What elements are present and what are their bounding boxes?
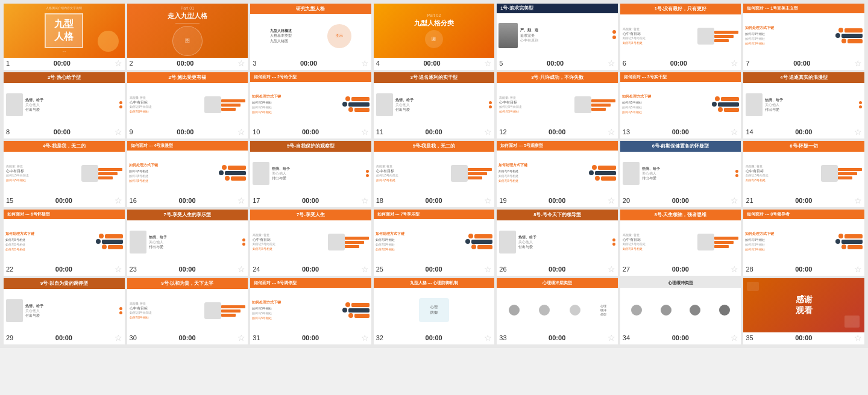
- star-icon[interactable]: ☆: [854, 196, 862, 205]
- slide-item[interactable]: 1号-追求完美型 严、刻、追 追求完美 心中有原则 500:00☆: [497, 4, 618, 70]
- star-icon[interactable]: ☆: [115, 333, 122, 343]
- star-icon[interactable]: ☆: [237, 127, 245, 137]
- slide-thumbnail: 5号-我是我，无二的 高能量: 善意 心中有目标 如何让5号向前走 如何与5号相…: [374, 141, 495, 195]
- slide-footer: 1900:00☆: [497, 195, 618, 207]
- slide-time: 00:00: [302, 334, 319, 341]
- slide-footer: 400:00☆: [374, 58, 495, 70]
- slide-item[interactable]: 8号-天生领袖，强者思维 高能量: 善意 心中有目标 如何让5号向前走 如何与5…: [620, 210, 741, 276]
- star-icon[interactable]: ☆: [731, 127, 738, 137]
- star-icon[interactable]: ☆: [484, 264, 492, 274]
- slide-item[interactable]: 6号-怀疑一切 高能量: 善意 心中有目标 如何让5号向前走 如何与5号相处: [743, 141, 864, 207]
- slide-number: 21: [746, 197, 753, 204]
- slide-item[interactable]: 1号-没有最好，只有更好 高能量: 善意 心中有目标 如何让5号向前走 如何与5…: [620, 4, 741, 70]
- star-icon[interactable]: ☆: [731, 333, 738, 343]
- star-icon[interactable]: ☆: [608, 264, 615, 274]
- slide-item[interactable]: 9号-以自为贵的调停型 热情、给予 关心他人 付出与爱 2900:00☆: [4, 278, 125, 344]
- star-icon[interactable]: ☆: [854, 127, 862, 137]
- slide-item[interactable]: 九型人格 --- 心理防御机制 心理防御 3200:00☆: [374, 278, 495, 344]
- star-icon[interactable]: ☆: [237, 58, 245, 68]
- slide-number: 34: [623, 334, 630, 341]
- slide-item[interactable]: 4号-追逐真实的浪漫型 热情、给予 关心他人 付出与爱 1400:00☆: [743, 72, 864, 138]
- slide-item[interactable]: 如何面对 --- 6号怀疑型 如何处理方式下键 如何与5号相处 如何与5号相处 …: [4, 210, 125, 276]
- slide-number: 4: [376, 60, 380, 67]
- star-icon[interactable]: ☆: [731, 58, 738, 68]
- slide-item[interactable]: 6号-前期保健置备的怀疑型 热情、给予 关心他人 付出与爱 2000:00☆: [620, 141, 741, 207]
- slide-thumbnail: 8号-号令天下的领导型 热情、给予 关心他人 付出与爱: [497, 210, 618, 264]
- slide-item[interactable]: Part 02 九型人格分类 圆 400:00☆: [374, 4, 495, 70]
- slide-footer: 1400:00☆: [743, 126, 864, 138]
- slide-item[interactable]: 4号-我是我，无二的 高能量: 善意 心中有目标 如何让5号向前走 如何与5号相…: [4, 141, 125, 207]
- star-icon[interactable]: ☆: [854, 333, 862, 343]
- slide-time: 00:00: [178, 266, 195, 273]
- slide-time: 00:00: [300, 60, 317, 67]
- slide-item[interactable]: 人格测试介绍内容文字说明 九型人格 " " 100:00☆: [4, 4, 125, 70]
- star-icon[interactable]: ☆: [237, 333, 245, 343]
- slide-item[interactable]: 感谢观看 3500:00☆: [743, 278, 864, 344]
- star-icon[interactable]: ☆: [115, 196, 122, 205]
- slide-footer: 700:00☆: [743, 58, 864, 70]
- star-icon[interactable]: ☆: [608, 333, 615, 343]
- star-icon[interactable]: ☆: [484, 196, 492, 205]
- slide-thumbnail: 心理缓冲类型: [620, 278, 741, 332]
- slide-item[interactable]: 心理缓冲类型 3400:00☆: [620, 278, 741, 344]
- slide-item[interactable]: 如何面对 --- 9号调停型 如何处理方式下键 如何与5号相处 如何与5号相处 …: [250, 278, 371, 344]
- star-icon[interactable]: ☆: [361, 127, 369, 137]
- slide-number: 26: [499, 266, 506, 273]
- star-icon[interactable]: ☆: [608, 196, 615, 205]
- slide-item[interactable]: 如何面对 --- 8号领导者 如何处理方式下键 如何与5号相处 如何与5号相处 …: [743, 210, 864, 276]
- star-icon[interactable]: ☆: [237, 196, 245, 205]
- slide-item[interactable]: 7号-享受人生 高能量: 善意 心中有目标 如何让5号向前走 如何与5号相处: [250, 210, 371, 276]
- slide-item[interactable]: 2号-施比受更有福 高能量: 善意 心中有目标 如何让5号向前走 如何与5号相处: [127, 72, 248, 138]
- star-icon[interactable]: ☆: [854, 58, 862, 68]
- star-icon[interactable]: ☆: [361, 264, 369, 274]
- slide-time: 00:00: [426, 128, 442, 135]
- star-icon[interactable]: ☆: [484, 127, 492, 137]
- slide-number: 35: [746, 334, 753, 341]
- slide-number: 10: [253, 128, 260, 135]
- star-icon[interactable]: ☆: [115, 127, 122, 137]
- star-icon[interactable]: ☆: [115, 58, 122, 68]
- star-icon[interactable]: ☆: [484, 58, 492, 68]
- star-icon[interactable]: ☆: [608, 58, 615, 68]
- slide-number: 8: [6, 128, 10, 135]
- slide-item[interactable]: 5号-自我保护的观察型 热情、给予 关心他人 付出与爱 1700:00☆: [250, 141, 371, 207]
- slide-item[interactable]: 心理缓冲层类型 心理缓冲类型 3300:00☆: [497, 278, 618, 344]
- slide-item[interactable]: 3号-只许成功，不许失败 高能量: 善意 心中有目标 如何让5号向前走 如何与5…: [497, 72, 618, 138]
- slide-item[interactable]: Part 01 走入九型人格 图 200:00☆: [127, 4, 248, 70]
- slide-item[interactable]: 9号-以和为贵，天下太平 高能量: 善意 心中有目标 如何让5号向前走 如何与5…: [127, 278, 248, 344]
- star-icon[interactable]: ☆: [237, 264, 245, 274]
- slide-item[interactable]: 5号-我是我，无二的 高能量: 善意 心中有目标 如何让5号向前走 如何与5号相…: [374, 141, 495, 207]
- slide-item[interactable]: 2号-热心给予型 热情、给予 关心他人 付出与爱 800:00☆: [4, 72, 125, 138]
- star-icon[interactable]: ☆: [731, 264, 738, 274]
- slide-item[interactable]: 研究九型人格 九型人格概述 人格基本类型 九型人格图 图示 300:00☆: [250, 4, 371, 70]
- slide-thumbnail: Part 02 九型人格分类 圆: [374, 4, 495, 58]
- slide-item[interactable]: 3号-追名逐利的实干型 热情、给予 关心他人 付出与爱 1100:00☆: [374, 72, 495, 138]
- star-icon[interactable]: ☆: [731, 196, 738, 205]
- slide-footer: 2700:00☆: [620, 264, 741, 276]
- slide-footer: 3000:00☆: [127, 332, 248, 344]
- slide-item[interactable]: 如何面对 --- 3号实干型 如何处理方式下键 如何与5号相处 如何与5号相处 …: [620, 72, 741, 138]
- slide-thumbnail: 7号-享受人生的享乐型 热情、给予 关心他人 付出与爱: [127, 210, 248, 264]
- slide-item[interactable]: 如何面对 --- 5号观察型 如何处理方式下键 如何与5号相处 如何与5号相处 …: [497, 141, 618, 207]
- star-icon[interactable]: ☆: [361, 196, 369, 205]
- slide-footer: 2200:00☆: [4, 264, 125, 276]
- slide-item[interactable]: 如何面对 --- 4号浪漫型 如何处理方式下键 如何与5号相处 如何与5号相处 …: [127, 141, 248, 207]
- slide-item[interactable]: 8号-号令天下的领导型 热情、给予 关心他人 付出与爱 2600:00☆: [497, 210, 618, 276]
- star-icon[interactable]: ☆: [361, 58, 369, 68]
- slide-item[interactable]: 7号-享受人生的享乐型 热情、给予 关心他人 付出与爱 2300:00☆: [127, 210, 248, 276]
- slide-footer: 1800:00☆: [374, 195, 495, 207]
- slide-item[interactable]: 如何面对 --- 1号完美主义型 如何处理方式下键 如何与5号相处 如何与5号相…: [743, 4, 864, 70]
- slide-footer: 3300:00☆: [497, 332, 618, 344]
- slide-number: 24: [253, 266, 260, 273]
- star-icon[interactable]: ☆: [484, 333, 492, 343]
- star-icon[interactable]: ☆: [361, 333, 369, 343]
- slide-footer: 300:00☆: [250, 58, 371, 70]
- slide-item[interactable]: 如何面对 --- 7号享乐型 如何处理方式下键 如何与5号相处 如何与5号相处 …: [374, 210, 495, 276]
- slide-thumbnail: 如何面对 --- 3号实干型 如何处理方式下键 如何与5号相处 如何与5号相处 …: [620, 72, 741, 126]
- slide-footer: 500:00☆: [497, 58, 618, 70]
- star-icon[interactable]: ☆: [115, 264, 122, 274]
- star-icon[interactable]: ☆: [608, 127, 615, 137]
- slide-number: 1: [6, 60, 10, 67]
- slide-item[interactable]: 如何面对 --- 2号给予型 如何处理方式下键 如何与5号相处 如何与5号相处 …: [250, 72, 371, 138]
- star-icon[interactable]: ☆: [854, 264, 862, 274]
